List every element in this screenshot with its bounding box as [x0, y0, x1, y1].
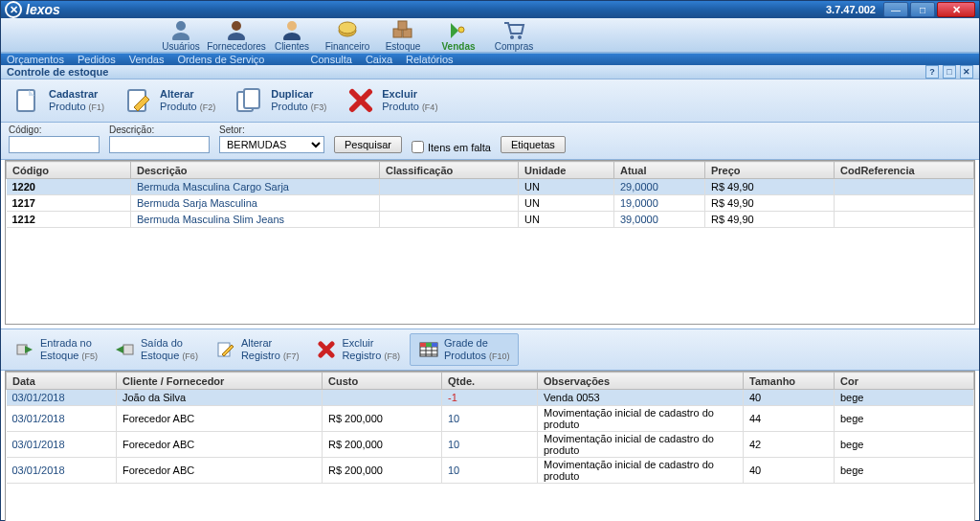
- nav-compras[interactable]: Compras: [487, 18, 541, 52]
- arrow-out-icon: [115, 340, 136, 359]
- nav-estoque[interactable]: Estoque: [376, 18, 430, 52]
- alterar-produto-button[interactable]: AlterarProduto (F2): [118, 83, 227, 118]
- minimize-button[interactable]: —: [883, 2, 908, 17]
- nav-fornecedores[interactable]: Fornecedores: [210, 18, 263, 52]
- movements-grid: Data Cliente / Fornecedor Custo Qtde. Ob…: [5, 371, 975, 521]
- edit-doc-icon: [123, 87, 154, 114]
- svg-rect-29: [432, 343, 437, 347]
- descricao-label: Descrição:: [109, 125, 210, 135]
- app-version: 3.7.47.002: [826, 4, 876, 15]
- menu-caixa[interactable]: Caixa: [366, 54, 392, 65]
- logo-mark-icon: ✕: [5, 1, 22, 18]
- table-row[interactable]: 03/01/2018João da Silva-1Venda 005340beg…: [7, 390, 974, 406]
- delete-icon: [345, 87, 376, 114]
- menu-vendas[interactable]: Vendas: [129, 54, 165, 65]
- svg-point-2: [232, 21, 241, 31]
- svg-rect-17: [244, 89, 259, 108]
- cadastrar-produto-button[interactable]: CadastrarProduto (F1): [7, 83, 116, 118]
- setor-label: Setor:: [219, 125, 324, 135]
- grid-icon: [418, 340, 439, 359]
- svg-point-5: [283, 33, 301, 40]
- product-toolbar: CadastrarProduto (F1) AlterarProduto (F2…: [1, 79, 979, 123]
- svg-point-3: [228, 33, 245, 40]
- titlebar: ✕ lexos 3.7.47.002 — □ ✕: [1, 1, 979, 18]
- svg-point-13: [518, 35, 522, 39]
- main-nav: Usuários Fornecedores Clientes Financeir…: [1, 18, 979, 53]
- menubar: Orçamentos Pedidos Vendas Ordens de Serv…: [1, 53, 979, 65]
- setor-select[interactable]: BERMUDAS: [219, 136, 324, 153]
- col-cf[interactable]: Cliente / Fornecedor: [117, 373, 323, 390]
- products-grid: Código Descrição Classificação Unidade A…: [5, 160, 975, 325]
- table-row[interactable]: 03/01/2018Forecedor ABCR$ 200,00010Movim…: [7, 432, 974, 458]
- col-qtde[interactable]: Qtde.: [442, 373, 538, 390]
- svg-point-12: [510, 35, 514, 39]
- duplicar-produto-button[interactable]: DuplicarProduto (F3): [229, 83, 338, 118]
- codigo-input[interactable]: [9, 136, 100, 153]
- app-logo: ✕ lexos: [5, 1, 60, 18]
- cart-icon: [501, 18, 527, 41]
- svg-rect-19: [123, 345, 133, 354]
- table-row[interactable]: 03/01/2018Forecedor ABCR$ 200,00010Movim…: [7, 406, 974, 432]
- col-codreferencia[interactable]: CodReferencia: [835, 162, 974, 179]
- svg-point-7: [339, 22, 356, 34]
- col-obs[interactable]: Observações: [538, 373, 744, 390]
- maximize-button[interactable]: □: [910, 2, 935, 17]
- descricao-input[interactable]: [109, 136, 210, 153]
- col-cor[interactable]: Cor: [835, 373, 974, 390]
- menu-orcamentos[interactable]: Orçamentos: [7, 54, 64, 65]
- panel-restore-button[interactable]: □: [943, 65, 956, 79]
- supplier-icon: [223, 18, 250, 41]
- col-unidade[interactable]: Unidade: [519, 162, 614, 179]
- menu-consulta[interactable]: Consulta: [311, 54, 352, 65]
- entrada-estoque-button[interactable]: Entrada noEstoque (F5): [7, 334, 105, 365]
- excluir-produto-button[interactable]: ExcluirProduto (F4): [340, 83, 449, 118]
- pesquisar-button[interactable]: Pesquisar: [334, 136, 402, 153]
- stock-icon: [390, 18, 416, 41]
- client-icon: [278, 18, 305, 41]
- help-button[interactable]: ?: [925, 65, 939, 79]
- svg-rect-10: [398, 21, 407, 30]
- stock-toolbar: Entrada noEstoque (F5) Saída doEstoque (…: [1, 328, 979, 371]
- col-custo[interactable]: Custo: [323, 373, 442, 390]
- col-classificacao[interactable]: Classificação: [380, 162, 519, 179]
- col-descricao[interactable]: Descrição: [131, 162, 380, 179]
- col-preco[interactable]: Preço: [705, 162, 835, 179]
- grade-produtos-button[interactable]: Grade deProdutos (F10): [410, 333, 519, 366]
- svg-point-1: [172, 33, 189, 40]
- excluir-registro-button[interactable]: ExcluirRegistro (F8): [308, 334, 408, 365]
- col-tamanho[interactable]: Tamanho: [744, 373, 835, 390]
- etiquetas-button[interactable]: Etiquetas: [501, 136, 566, 153]
- arrow-in-icon: [14, 340, 35, 359]
- svg-rect-28: [426, 343, 432, 347]
- panel-close-button[interactable]: ✕: [960, 65, 973, 79]
- nav-vendas[interactable]: Vendas: [432, 18, 485, 52]
- window-controls: 3.7.47.002 — □ ✕: [826, 2, 975, 17]
- itens-falta-checkbox[interactable]: Itens em falta: [412, 141, 491, 153]
- menu-pedidos[interactable]: Pedidos: [78, 54, 116, 65]
- menu-ordens[interactable]: Ordens de Serviço: [177, 54, 264, 65]
- col-data[interactable]: Data: [7, 373, 117, 390]
- svg-point-4: [287, 21, 297, 31]
- panel-title: Controle de estoque: [7, 66, 108, 78]
- col-atual[interactable]: Atual: [614, 162, 705, 179]
- table-row[interactable]: 03/01/2018Forecedor ABCR$ 200,00010Movim…: [7, 458, 974, 484]
- codigo-label: Código:: [9, 125, 100, 135]
- table-row[interactable]: 1220Bermuda Masculina Cargo SarjaUN29,00…: [7, 179, 974, 195]
- finance-icon: [334, 18, 361, 41]
- alterar-registro-button[interactable]: AlterarRegistro (F7): [208, 334, 307, 365]
- new-doc-icon: [12, 87, 43, 114]
- svg-point-11: [458, 27, 464, 33]
- nav-financeiro[interactable]: Financeiro: [321, 18, 374, 52]
- table-row[interactable]: 1217Bermuda Sarja MasculinaUN19,0000R$ 4…: [7, 195, 974, 212]
- nav-clientes[interactable]: Clientes: [265, 18, 319, 52]
- nav-usuarios[interactable]: Usuários: [154, 18, 208, 52]
- close-button[interactable]: ✕: [937, 2, 975, 17]
- menu-relatorios[interactable]: Relatórios: [406, 54, 454, 65]
- saida-estoque-button[interactable]: Saída doEstoque (F6): [107, 334, 206, 365]
- svg-rect-27: [420, 343, 426, 347]
- search-bar: Código: Descrição: Setor:BERMUDAS Pesqui…: [1, 123, 979, 160]
- table-row[interactable]: 1212Bermuda Masculina Slim JeansUN39,000…: [7, 212, 974, 228]
- svg-point-0: [176, 21, 186, 31]
- col-codigo[interactable]: Código: [7, 162, 131, 179]
- panel-header: Controle de estoque ? □ ✕: [1, 65, 979, 79]
